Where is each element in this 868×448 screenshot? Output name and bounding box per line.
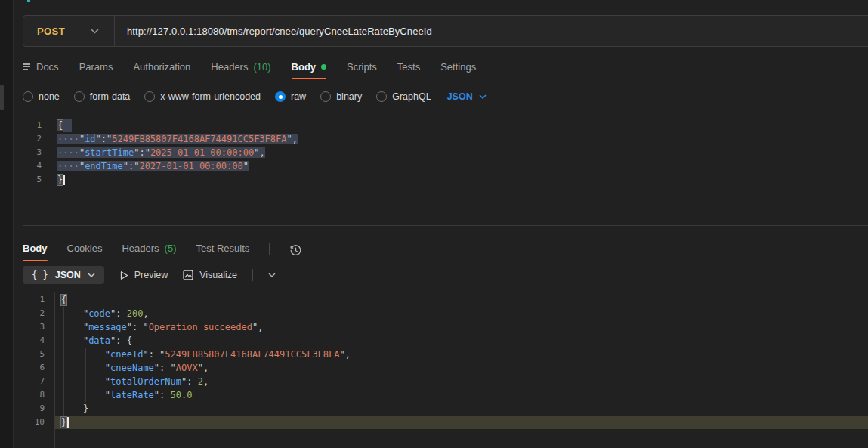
more-response-options[interactable]: [268, 273, 276, 277]
response-headers-count-badge: (5): [165, 243, 177, 254]
code-line-4[interactable]: 4 "data": {: [23, 334, 868, 348]
line-number: 5: [23, 173, 51, 187]
line-number: 4: [23, 334, 54, 348]
response-body-editor[interactable]: 1{2 "code": 200,3 "message": "Operation …: [23, 292, 868, 448]
code-line-1[interactable]: 1{: [23, 293, 868, 307]
text-cursor: [63, 175, 65, 185]
request-tabs: Docs Params Authorization Headers (10) B…: [23, 58, 868, 79]
history-clock-icon: [289, 244, 302, 257]
code-text: }: [54, 402, 868, 416]
code-line-2[interactable]: 2 "code": 200,: [23, 307, 868, 320]
code-line-1[interactable]: 1{: [23, 119, 868, 132]
radio-icon: [376, 91, 387, 102]
chevron-down-icon: [268, 273, 276, 277]
code-text: }: [51, 173, 868, 187]
chevron-down-icon: [91, 29, 99, 34]
response-format-selector[interactable]: { } JSON: [23, 266, 104, 284]
rail-scrollbar-thumb[interactable]: [0, 85, 4, 110]
radio-none[interactable]: none: [23, 91, 60, 102]
image-icon: [183, 270, 193, 280]
code-text: "code": 200,: [54, 307, 868, 320]
tab-params[interactable]: Params: [79, 61, 113, 79]
line-number: 6: [23, 361, 54, 375]
radio-binary[interactable]: binary: [320, 91, 362, 102]
code-text: "message": "Operation succeeded",: [54, 320, 868, 334]
code-line-6[interactable]: 6 "cneeName": "AOVX",: [23, 361, 868, 375]
left-rail: [0, 0, 14, 448]
code-line-8[interactable]: 8 "lateRate": 50.0: [23, 388, 868, 402]
code-line-3[interactable]: 3 "message": "Operation succeeded",: [23, 320, 868, 334]
radio-x-www-form-urlencoded[interactable]: x-www-form-urlencoded: [144, 91, 261, 102]
body-mode-row: none form-data x-www-form-urlencoded raw…: [23, 86, 868, 107]
code-text: {: [54, 293, 868, 307]
code-line-5[interactable]: 5}: [23, 173, 868, 187]
url-input[interactable]: http://127.0.0.1:18080/tms/report/cnee/q…: [115, 26, 432, 37]
tab-tests[interactable]: Tests: [397, 61, 420, 79]
response-toolbar: { } JSON Preview Visualize: [23, 264, 868, 286]
code-line-3[interactable]: 3····"startTime":"2025-01-01 00:00:00",: [23, 146, 868, 159]
radio-raw[interactable]: raw: [275, 91, 306, 102]
divider: [252, 269, 253, 281]
raw-language-label: JSON: [447, 91, 473, 102]
response-tab-test-results[interactable]: Test Results: [196, 243, 250, 261]
headers-count-badge: (10): [253, 61, 270, 73]
tab-label: Body: [23, 243, 48, 254]
chevron-down-icon: [88, 273, 95, 277]
method-label: POST: [37, 26, 65, 37]
code-text: "cneeId": "5249FB85807F4168AF74491CC5F3F…: [54, 348, 868, 361]
tab-body[interactable]: Body: [292, 61, 327, 79]
line-number: 2: [23, 132, 51, 146]
tab-scripts[interactable]: Scripts: [347, 61, 377, 79]
line-number: 2: [23, 307, 54, 320]
tab-label: Headers: [211, 61, 248, 73]
line-number: 10: [23, 416, 54, 429]
tab-label: Headers: [122, 243, 159, 254]
code-text: {: [51, 119, 868, 132]
response-format-label: JSON: [55, 270, 81, 280]
raw-language-selector[interactable]: JSON: [447, 91, 487, 102]
line-number: 3: [23, 320, 54, 334]
response-tab-cookies[interactable]: Cookies: [67, 243, 103, 261]
code-text: ····"id":"5249FB85807F4168AF74491CC5F3F8…: [51, 132, 868, 146]
visualize-button[interactable]: Visualize: [183, 270, 237, 280]
radio-icon: [144, 91, 155, 102]
gutter-divider: [54, 292, 55, 448]
code-text: "data": {: [54, 334, 868, 348]
line-number: 5: [23, 348, 54, 361]
code-line-2[interactable]: 2····"id":"5249FB85807F4168AF74491CC5F3F…: [23, 132, 868, 146]
code-line-9[interactable]: 9 }: [23, 402, 868, 416]
radio-graphql[interactable]: GraphQL: [376, 91, 431, 102]
curly-braces-icon: { }: [32, 270, 48, 280]
code-text: "lateRate": 50.0: [54, 388, 868, 402]
radio-form-data[interactable]: form-data: [74, 91, 131, 102]
tab-label: Tests: [397, 61, 420, 73]
preview-button[interactable]: Preview: [119, 270, 168, 280]
response-tabs: Body Cookies Headers (5) Test Results: [23, 233, 868, 261]
response-history-button[interactable]: [289, 244, 302, 257]
code-text: ····"startTime":"2025-01-01 00:00:00",: [51, 146, 868, 159]
text-cursor: [67, 417, 69, 428]
request-body-editor[interactable]: 1{2····"id":"5249FB85807F4168AF74491CC5F…: [23, 116, 868, 226]
code-line-5[interactable]: 5 "cneeId": "5249FB85807F4168AF74491CC5F…: [23, 348, 868, 361]
code-text: ····"endTime":"2027-01-01 00:00:00": [51, 159, 868, 173]
line-number: 1: [23, 293, 54, 307]
code-line-4[interactable]: 4····"endTime":"2027-01-01 00:00:00": [23, 159, 868, 173]
radio-selected-icon: [275, 91, 286, 102]
tab-docs[interactable]: Docs: [23, 61, 59, 79]
tab-settings[interactable]: Settings: [440, 61, 476, 79]
tab-headers[interactable]: Headers (10): [211, 61, 270, 79]
chevron-down-icon: [479, 94, 487, 99]
method-selector[interactable]: POST: [23, 16, 114, 46]
response-tab-headers[interactable]: Headers (5): [122, 243, 176, 261]
response-tab-body[interactable]: Body: [23, 243, 48, 261]
divider: [269, 243, 270, 255]
tab-label: Settings: [440, 61, 476, 73]
gutter-divider: [51, 116, 51, 225]
url-bar: POST http://127.0.0.1:18080/tms/report/c…: [23, 15, 868, 47]
code-text: }: [54, 416, 868, 429]
tab-authorization[interactable]: Authorization: [133, 61, 190, 79]
code-line-10[interactable]: 10}: [23, 416, 868, 429]
tab-label: Params: [79, 61, 113, 73]
code-line-7[interactable]: 7 "totalOrderNum": 2,: [23, 375, 868, 388]
tab-label: Docs: [36, 61, 59, 73]
